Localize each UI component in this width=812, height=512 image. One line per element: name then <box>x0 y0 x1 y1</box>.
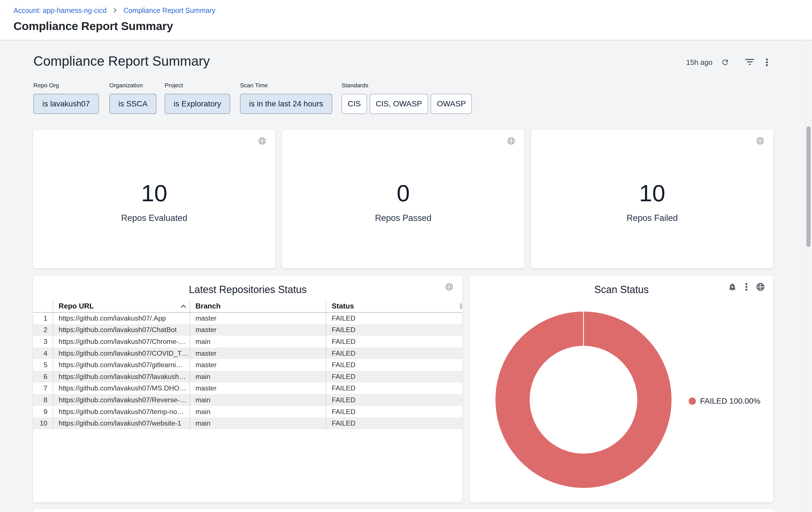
table-header-row: Repo URL Branch Status <box>33 300 462 313</box>
status-cell: FAILED <box>326 336 462 348</box>
column-label: Branch <box>196 302 221 310</box>
filter-group-standards: Standards CISCIS, OWASPOWASP <box>342 81 369 89</box>
globe-icon <box>258 137 266 145</box>
compliance-report-page: { "breadcrumb": { "account": "Account: a… <box>0 0 812 512</box>
repo-url-cell: https://github.com/lavakush07/Chrome-… <box>53 336 190 348</box>
legend-failed-swatch <box>689 398 696 405</box>
page-header: Account: app-harness-ng-cicd Compliance … <box>0 0 812 41</box>
repo-url-cell: https://github.com/lavakush07/gitlearni… <box>53 359 190 371</box>
status-cell: FAILED <box>326 394 462 406</box>
row-number: 7 <box>33 383 53 395</box>
filter-label: Scan Time <box>240 81 268 89</box>
filter-label: Project <box>165 81 183 89</box>
table-row[interactable]: 9 https://github.com/lavakush07/temp-no…… <box>33 406 462 418</box>
breadcrumb-account-link[interactable]: Account: app-harness-ng-cicd <box>13 6 107 15</box>
row-number: 3 <box>33 336 53 348</box>
status-cell: FAILED <box>326 406 462 418</box>
globe-button[interactable] <box>258 137 266 145</box>
status-cell: FAILED <box>326 383 462 395</box>
column-header-repo-url[interactable]: Repo URL <box>53 300 190 313</box>
status-cell: FAILED <box>326 313 462 324</box>
globe-icon <box>507 137 515 145</box>
repositories-table: Repo URL Branch Status 1 https://github.… <box>33 300 462 429</box>
row-number: 5 <box>33 359 53 371</box>
branch-cell: master <box>190 383 326 395</box>
filters-toggle-button[interactable] <box>745 57 754 68</box>
repo-url-cell: https://github.com/lavakush07/temp-no… <box>53 406 190 418</box>
table-row[interactable]: 7 https://github.com/lavakush07/MS.DHO… … <box>33 383 462 395</box>
filter-chip-row: is SSCA <box>109 94 156 114</box>
stat-value: 0 <box>282 181 524 206</box>
branch-cell: master <box>190 359 326 371</box>
filter-list-icon <box>745 59 754 66</box>
refresh-button[interactable] <box>721 57 730 68</box>
filter-chip[interactable]: CIS <box>342 94 367 114</box>
filter-chip[interactable]: is lavakush07 <box>33 94 99 114</box>
row-number: 8 <box>33 394 53 406</box>
row-number: 10 <box>33 417 53 429</box>
stat-label: Repos Failed <box>531 213 773 223</box>
last-refresh-time: 15h ago <box>657 58 713 67</box>
table-scrollbar-thumb[interactable] <box>460 303 462 309</box>
table-row[interactable]: 2 https://github.com/lavakush07/ChatBot … <box>33 324 462 336</box>
kebab-menu-icon <box>766 58 768 66</box>
branch-cell: main <box>190 336 326 348</box>
stat-label: Repos Passed <box>282 213 524 223</box>
legend-failed-label: FAILED 100.00% <box>700 396 760 406</box>
table-row[interactable]: 10 https://github.com/lavakush07/website… <box>33 417 462 429</box>
breadcrumb: Account: app-harness-ng-cicd Compliance … <box>13 6 215 15</box>
table-row[interactable]: 6 https://github.com/lavakush07/lavakush… <box>33 371 462 383</box>
filter-label: Organization <box>109 81 143 89</box>
dashboard-title: Compliance Report Summary <box>33 53 210 69</box>
filter-chip[interactable]: is in the last 24 hours <box>240 94 332 114</box>
filter-chip[interactable]: is SSCA <box>109 94 156 114</box>
table-row[interactable]: 1 https://github.com/lavakush07/.App mas… <box>33 313 462 324</box>
scan-status-donut-chart <box>470 276 774 503</box>
row-number: 6 <box>33 371 53 383</box>
branch-cell: main <box>190 406 326 418</box>
status-cell: FAILED <box>326 417 462 429</box>
repo-url-cell: https://github.com/lavakush07/ChatBot <box>53 324 190 336</box>
dashboard-actions-button[interactable] <box>762 57 771 68</box>
filter-chip[interactable]: OWASP <box>431 94 472 114</box>
filter-label: Standards <box>342 81 369 89</box>
sort-ascending-icon <box>180 304 186 308</box>
scan-status-tile: Scan Status FAILED 100.00% <box>470 276 773 503</box>
globe-button[interactable] <box>507 137 515 145</box>
card-repos-evaluated: 10 Repos Evaluated <box>33 130 276 268</box>
filter-chip-row: is Exploratory <box>165 94 230 114</box>
filter-label: Repo Org <box>33 81 59 89</box>
filter-chip[interactable]: CIS, OWASP <box>370 94 428 114</box>
status-cell: FAILED <box>326 371 462 383</box>
page-scrollbar-thumb[interactable] <box>806 126 811 247</box>
filter-group-repo-org: Repo Org is lavakush07 <box>33 81 59 89</box>
status-cell: FAILED <box>326 324 462 336</box>
table-row[interactable]: 4 https://github.com/lavakush07/COVID_T…… <box>33 348 462 359</box>
stat-cards: 10 Repos Evaluated 0 Repos Passed <box>33 130 773 268</box>
next-tile-partial <box>33 509 773 512</box>
breadcrumb-page-link[interactable]: Compliance Report Summary <box>123 6 215 15</box>
filter-chip-row: is in the last 24 hours <box>240 94 332 114</box>
table-row[interactable]: 5 https://github.com/lavakush07/gitlearn… <box>33 359 462 371</box>
page-title: Compliance Report Summary <box>13 19 173 33</box>
donut-legend: FAILED 100.00% <box>689 396 760 406</box>
branch-cell: main <box>190 371 326 383</box>
status-cell: FAILED <box>326 359 462 371</box>
table-row[interactable]: 3 https://github.com/lavakush07/Chrome-…… <box>33 336 462 348</box>
table-row[interactable]: 8 https://github.com/lavakush07/Reverse-… <box>33 394 462 406</box>
filter-chip[interactable]: is Exploratory <box>165 94 230 114</box>
column-label: Status <box>332 302 354 310</box>
globe-button[interactable] <box>756 137 764 145</box>
column-header-branch[interactable]: Branch <box>190 300 326 313</box>
latest-repositories-tile: Latest Repositories Status Repo URL Bran… <box>33 276 462 503</box>
repo-url-cell: https://github.com/lavakush07/lavakush… <box>53 371 190 383</box>
dashboard-content: Compliance Report Summary 15h ago Repo O… <box>0 41 812 512</box>
column-header-status[interactable]: Status <box>326 300 462 313</box>
filter-group-organization: Organization is SSCA <box>109 81 143 89</box>
branch-cell: main <box>190 417 326 429</box>
repo-url-cell: https://github.com/lavakush07/Reverse-… <box>53 394 190 406</box>
repo-url-cell: https://github.com/lavakush07/.App <box>53 313 190 324</box>
table-tile-title: Latest Repositories Status <box>33 284 462 295</box>
refresh-icon <box>721 58 729 66</box>
branch-cell: master <box>190 348 326 359</box>
